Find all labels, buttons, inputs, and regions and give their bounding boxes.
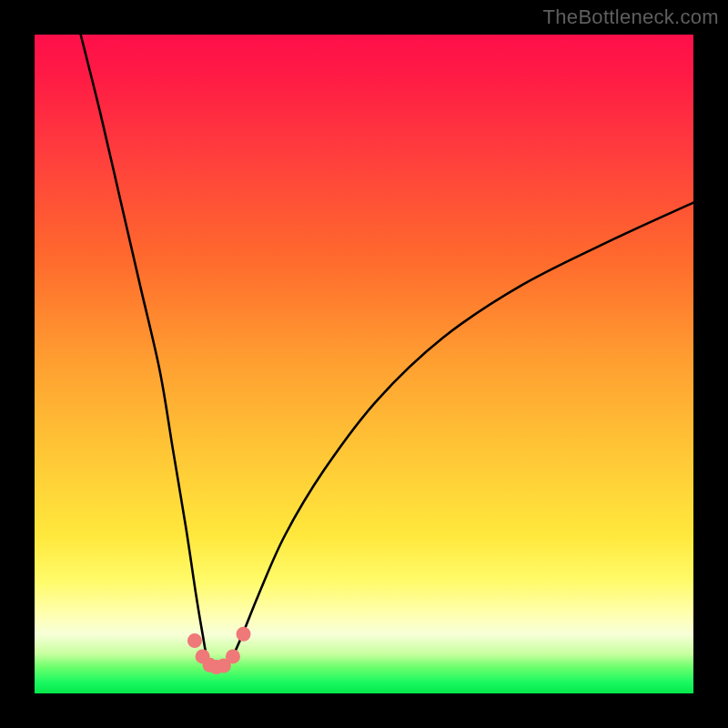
chart-svg <box>35 35 693 693</box>
plot-area <box>35 35 693 693</box>
bottleneck-curve <box>81 35 693 668</box>
watermark-text: TheBottleneck.com <box>543 5 719 29</box>
optimum-markers <box>187 627 251 674</box>
marker-point <box>187 633 202 648</box>
chart-frame: TheBottleneck.com <box>0 0 728 728</box>
marker-point <box>226 649 240 663</box>
marker-point <box>237 627 251 642</box>
